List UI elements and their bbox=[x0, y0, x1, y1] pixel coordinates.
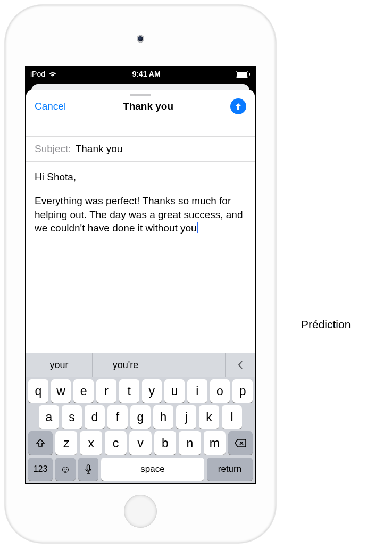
arrow-up-icon bbox=[234, 102, 243, 111]
keyboard: your you're q w e r t y u i o bbox=[26, 353, 255, 483]
prediction-bar: your you're bbox=[26, 353, 255, 377]
key-e[interactable]: e bbox=[73, 379, 94, 403]
subject-label: Subject: bbox=[35, 143, 71, 155]
key-n[interactable]: n bbox=[179, 431, 201, 455]
battery-icon bbox=[236, 71, 251, 78]
return-key[interactable]: return bbox=[207, 457, 253, 481]
key-s[interactable]: s bbox=[62, 405, 82, 429]
chevron-left-icon bbox=[237, 360, 244, 370]
shift-key[interactable] bbox=[28, 431, 53, 455]
key-k[interactable]: k bbox=[199, 405, 219, 429]
to-field-row[interactable] bbox=[26, 121, 255, 137]
body-greeting: Hi Shota, bbox=[35, 170, 246, 184]
key-v[interactable]: v bbox=[129, 431, 151, 455]
prediction-2[interactable]: you're bbox=[92, 353, 159, 377]
svg-rect-3 bbox=[87, 465, 90, 470]
send-button[interactable] bbox=[230, 98, 246, 114]
svg-rect-1 bbox=[237, 72, 247, 77]
key-o[interactable]: o bbox=[210, 379, 230, 403]
compose-navbar: Cancel Thank you bbox=[26, 96, 255, 121]
key-h[interactable]: h bbox=[153, 405, 173, 429]
key-a[interactable]: a bbox=[39, 405, 59, 429]
compose-title: Thank you bbox=[123, 101, 173, 112]
email-body[interactable]: Hi Shota, Everything was perfect! Thanks… bbox=[26, 162, 255, 242]
key-c[interactable]: c bbox=[105, 431, 127, 455]
key-q[interactable]: q bbox=[28, 379, 48, 403]
key-row-2: a s d f g h j k l bbox=[26, 403, 255, 429]
key-d[interactable]: d bbox=[85, 405, 105, 429]
space-key[interactable]: space bbox=[101, 457, 204, 481]
key-p[interactable]: p bbox=[232, 379, 253, 403]
clock: 9:41 AM bbox=[132, 70, 160, 78]
prediction-1[interactable]: your bbox=[26, 353, 92, 377]
key-row-4: 123 ☺ space return bbox=[26, 455, 255, 481]
key-u[interactable]: u bbox=[164, 379, 185, 403]
mic-icon bbox=[85, 464, 91, 474]
key-w[interactable]: w bbox=[51, 379, 71, 403]
key-y[interactable]: y bbox=[142, 379, 162, 403]
ipod-device-frame: iPod 9:41 AM Cancel Thank you bbox=[5, 5, 276, 543]
key-i[interactable]: i bbox=[187, 379, 207, 403]
annotation-callout: Prédiction bbox=[277, 312, 351, 337]
front-camera bbox=[137, 35, 144, 43]
key-f[interactable]: f bbox=[107, 405, 128, 429]
home-button[interactable] bbox=[124, 495, 157, 528]
status-bar: iPod 9:41 AM bbox=[26, 67, 255, 81]
device-label: iPod bbox=[30, 70, 45, 78]
shift-icon bbox=[35, 438, 46, 448]
cancel-button[interactable]: Cancel bbox=[35, 101, 66, 112]
key-m[interactable]: m bbox=[204, 431, 226, 455]
numbers-key[interactable]: 123 bbox=[28, 457, 53, 481]
body-text: Everything was perfect! Thanks so much f… bbox=[35, 195, 243, 234]
backspace-icon bbox=[234, 438, 247, 448]
prediction-3[interactable] bbox=[159, 353, 225, 377]
key-z[interactable]: z bbox=[55, 431, 77, 455]
callout-bracket bbox=[277, 312, 289, 337]
screen: iPod 9:41 AM Cancel Thank you bbox=[25, 66, 256, 484]
backspace-key[interactable] bbox=[228, 431, 253, 455]
compose-sheet: Cancel Thank you Subject: Thank you Hi S… bbox=[26, 90, 255, 483]
key-t[interactable]: t bbox=[119, 379, 139, 403]
subject-value: Thank you bbox=[76, 143, 123, 155]
subject-row[interactable]: Subject: Thank you bbox=[26, 137, 255, 162]
emoji-icon: ☺ bbox=[60, 463, 71, 476]
text-cursor bbox=[197, 222, 198, 233]
svg-rect-2 bbox=[249, 73, 250, 76]
prediction-collapse[interactable] bbox=[225, 353, 255, 377]
key-x[interactable]: x bbox=[80, 431, 102, 455]
key-row-1: q w e r t y u i o p bbox=[26, 377, 255, 403]
callout-label: Prédiction bbox=[301, 318, 351, 331]
emoji-key[interactable]: ☺ bbox=[55, 457, 76, 481]
dictation-key[interactable] bbox=[78, 457, 98, 481]
key-r[interactable]: r bbox=[96, 379, 116, 403]
key-row-3: z x c v b n m bbox=[26, 429, 255, 455]
key-g[interactable]: g bbox=[130, 405, 151, 429]
key-l[interactable]: l bbox=[222, 405, 242, 429]
key-j[interactable]: j bbox=[176, 405, 196, 429]
key-b[interactable]: b bbox=[154, 431, 176, 455]
wifi-icon bbox=[48, 71, 57, 77]
